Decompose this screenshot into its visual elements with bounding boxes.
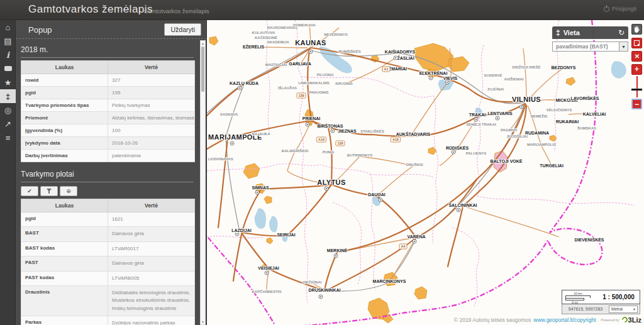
city-markers-layer [230,50,523,299]
table-row: Įvykdymo data2018-10-26 [21,137,195,150]
app-title: Gamtotvarkos žemėlapis [28,3,153,16]
scroll-down-arrow[interactable]: ▼ [201,320,205,324]
field-value-cell: Didžiabalės telmologinis draustinis, Mus… [108,285,195,316]
zoom-in-button[interactable]: + [631,64,642,75]
field-value-cell: LTVAR0017 [108,241,195,256]
select-feature-button[interactable]: ✔ [21,186,38,196]
zoom-box-icon [634,40,640,46]
pin-icon: ‡ [556,28,560,37]
management-areas-layer [209,36,575,323]
field-name-cell: Įvykdymo data [21,137,108,150]
chevron-down-icon: ▼ [633,307,637,311]
scrollbar-thumb[interactable] [201,47,204,92]
check-icon: ✔ [27,188,32,194]
layers-icon: ▤ [4,37,11,45]
zoom-box-button[interactable] [631,38,642,48]
field-value-cell: patenkinama [108,150,195,162]
field-value-cell: 327 [108,74,195,87]
close-popup-button[interactable]: Uždaryti [164,23,201,36]
table-row: Įgyvendinta (%)100 [21,124,195,137]
geolocate-button[interactable]: ◎ [0,103,16,117]
table-row: pgid195 [21,87,195,99]
home-button[interactable]: ⌂ [0,20,16,34]
pin-button[interactable]: ‡ [0,89,16,103]
field-name-cell: rowid [21,74,108,87]
zoom-slider-track[interactable] [636,76,638,97]
info-button[interactable]: i [0,48,16,62]
application-window: Gamtotvarkos žemėlapis Gamtotvarkos žemė… [0,0,644,325]
share-icon: ↗ [4,120,11,128]
section-heading-tvarkymo-plotai: Tvarkymo plotai [21,168,194,182]
powered-by-label: Powered by [601,318,619,322]
table-row: Tvarkymo priemonės tipasPelkių tvarkymas [21,99,195,112]
vieta-panel: ‡ Vieta ↻ pavadinimas (BAST) ▼ [552,26,628,52]
column-header-laukas: Laukas [21,199,108,212]
pan-tool-button[interactable] [631,24,642,35]
3liz-logo-text: 3Liz [628,316,641,324]
field-value-cell: Pelkių tvarkymas [108,99,195,112]
map-graphics [207,20,644,325]
chevron-down-icon: ▼ [619,42,628,51]
star-icon: ★ [4,79,12,87]
filter-icon [47,189,52,194]
popup-button[interactable] [0,62,16,75]
field-value-cell: LTVARB005 [108,271,195,285]
field-value-cell: 1621 [108,212,195,227]
table-row: DraustinisDidžiabalės telmologinis draus… [21,285,195,316]
field-value-cell: 2018-10-26 [108,137,195,150]
minus-icon: − [635,100,639,109]
popup-table-2018: Laukas Vertė rowid327pgid195Tvarkymo pri… [21,60,195,162]
field-name-cell: PAST kodas [21,271,108,285]
app-subtitle: Gamtotvarkos žemėlapis [143,8,209,14]
scale-widget: 10 km 6 mi 1 : 500,000 [562,290,640,304]
top-header: Gamtotvarkos žemėlapis Gamtotvarkos žemė… [0,0,644,20]
table-row: PASTDainavos giria [21,256,195,271]
vieta-title: Vieta [564,29,615,36]
map-canvas[interactable] [207,20,644,325]
filter-feature-button[interactable] [40,186,58,196]
power-icon [604,6,609,12]
zoom-to-feature-button[interactable]: ⊕ [60,186,77,196]
lakes-layer [255,47,626,241]
field-name-cell: Darbų įvertinimas [21,150,108,162]
pin-icon: ‡ [6,92,10,101]
plus-icon: + [635,65,639,74]
copyright-text: © 2019 Autorių teisės saugomos [454,317,531,323]
share-button[interactable]: ↗ [0,117,16,131]
copyright-link[interactable]: www.geoportal.lt/copyright [533,317,596,323]
units-select[interactable]: Metrai ▼ [609,306,638,313]
attribution-bar: © 2019 Autorių teisės saugomos www.geopo… [454,314,641,325]
zoom-out-button[interactable]: − [631,99,642,109]
popup-table-tvarkymo-plotai: Laukas Vertė pgid1621BASTDainavos giriaB… [21,199,195,325]
field-value-cell: 100 [108,124,195,137]
field-name-cell: Draustinis [21,285,108,316]
field-name-cell: Įgyvendinta (%) [21,124,108,137]
home-icon: ⌂ [6,23,11,31]
table-row: ParkasDzūkijos nacionalinis parkas [21,316,195,325]
zoom-extent-button[interactable]: ✕ [631,51,642,62]
field-name-cell: BAST [21,227,108,241]
popup-panel-header: Popup Uždaryti [16,20,206,39]
table-row: BAST kodasLTVAR0017 [21,241,195,256]
popup-panel-title: Popup [28,25,52,35]
vieta-layer-select[interactable]: pavadinimas (BAST) ▼ [552,41,628,52]
login-button[interactable]: Prisijungti [604,6,636,12]
table-row: rowid327 [21,74,195,87]
list-icon: ≡ [6,134,11,142]
column-header-verte: Vertė [108,199,195,212]
list-button[interactable]: ≡ [0,131,16,145]
field-name-cell: Tvarkymo priemonės tipas [21,99,108,112]
panel-scrollbar[interactable]: ▲ ▼ [200,40,206,325]
layers-button[interactable]: ▤ [0,34,16,48]
field-name-cell: Priemonė [21,112,108,124]
3liz-logo[interactable]: 3Liz [622,316,641,324]
field-name-cell: Parkas [21,316,108,325]
star-button[interactable]: ★ [0,75,16,89]
scroll-up-arrow[interactable]: ▲ [201,41,205,45]
table-row: PAST kodasLTVARB005 [21,271,195,285]
refresh-icon[interactable]: ↻ [618,28,625,37]
field-name-cell: BAST kodas [21,241,108,256]
zoom-slider-handle[interactable] [631,89,642,91]
geolocate-icon: ◎ [4,106,11,114]
field-value-cell: Dainavos giria [108,227,195,241]
